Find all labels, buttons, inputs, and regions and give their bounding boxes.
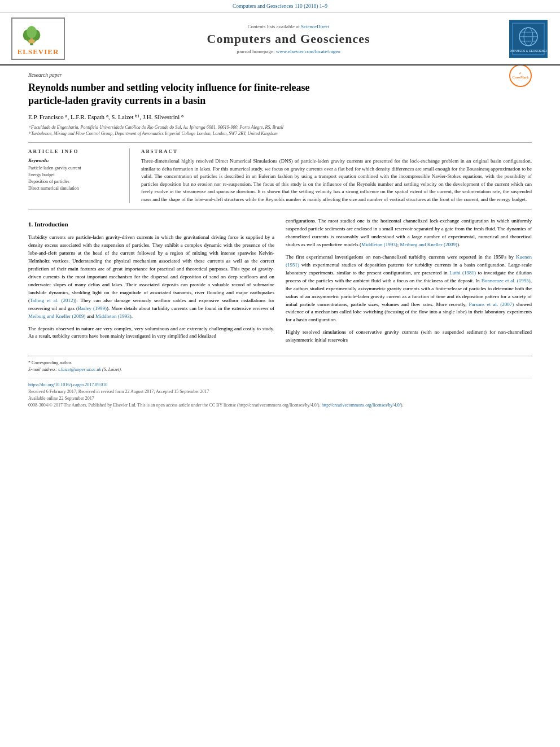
journal-name: Computers and Geosciences — [73, 32, 504, 46]
article-title: Reynolds number and settling velocity in… — [28, 81, 322, 108]
right-para-2: The first experimental investigations on… — [286, 254, 532, 324]
svg-rect-6 — [29, 40, 35, 43]
bottom-info: https://doi.org/10.1016/j.cageo.2017.09.… — [28, 378, 532, 409]
contents-available-text: Contents lists available at ScienceDirec… — [73, 24, 504, 29]
svg-point-4 — [27, 26, 37, 38]
cite-kuenen-1951[interactable]: Kuenen (1951) — [286, 254, 532, 268]
abstract-box: ABSTRACT Three-dimensional highly resolv… — [141, 148, 532, 203]
article-info-box: ARTICLE INFO Keywords: Particle-laden gr… — [28, 148, 130, 203]
right-para-3: Highly resolved simulations of conservat… — [286, 329, 532, 344]
affiliation-b: ᵇ Turbulence, Mixing and Flow Control Gr… — [28, 130, 532, 137]
received-dates: Received 6 February 2017; Received in re… — [28, 388, 532, 395]
keywords-list: Particle-laden gravity current Energy bu… — [28, 165, 123, 192]
elsevier-logo: ELSEVIER — [11, 18, 68, 60]
abstract-heading: ABSTRACT — [141, 148, 532, 154]
body-columns: 1. Introduction Turbidity currents are p… — [28, 217, 532, 349]
top-bar: Computers and Geosciences 110 (2018) 1–9 — [0, 0, 560, 13]
journal-cover-image: COMPUTERS & GEOSCIENCES — [509, 20, 548, 58]
cc-license-link[interactable]: http://creativecommons.org/licenses/by/4… — [322, 403, 401, 408]
article-info-heading: ARTICLE INFO — [28, 148, 123, 154]
cite-luthi-1981[interactable]: Luthi (1981) — [449, 270, 476, 276]
keyword-4: Direct numerical simulation — [28, 185, 123, 192]
cite-meiburg-right[interactable]: Meiburg and Kneller (2009) — [400, 242, 457, 247]
sciencedirect-link[interactable]: ScienceDirect — [301, 24, 329, 29]
main-content: Research paper ✓CrossMark Reynolds numbe… — [0, 65, 560, 416]
elsevier-wordmark: ELSEVIER — [15, 47, 62, 56]
email-footnote: E-mail address: s.laizet@imperial.ac.uk … — [28, 366, 532, 373]
intro-heading: 1. Introduction — [28, 220, 274, 229]
doi-link[interactable]: https://doi.org/10.1016/j.cageo.2017.09.… — [28, 382, 107, 387]
cite-meiburg-2009[interactable]: Meiburg and Kneller (2009) — [28, 313, 86, 319]
cite-parsons-2007[interactable]: Parsons et al. (2007) — [469, 302, 514, 307]
body-col-right: configurations. The most studied one is … — [286, 217, 532, 349]
cite-talling-2012[interactable]: Talling et al. (2012) — [30, 298, 75, 303]
keyword-3: Deposition of particles — [28, 178, 123, 185]
corresponding-footnote: * Corresponding author. — [28, 360, 532, 366]
footnote-section: * Corresponding author. E-mail address: … — [28, 356, 532, 373]
keyword-2: Energy budget — [28, 172, 123, 178]
cite-middleton-1993[interactable]: Middleton (1993) — [95, 313, 132, 319]
body-col-left: 1. Introduction Turbidity currents are p… — [28, 217, 274, 349]
journal-url[interactable]: www.elsevier.com/locate/cageo — [276, 49, 340, 54]
journal-cover-icon: COMPUTERS & GEOSCIENCES — [510, 21, 546, 57]
keyword-1: Particle-laden gravity current — [28, 165, 123, 172]
intro-para-2: The deposits observed in nature are very… — [28, 325, 274, 341]
affiliation-a: ᵃ Faculdade de Engenharia, Pontifícia Un… — [28, 124, 532, 130]
article-type-label: Research paper — [28, 72, 532, 78]
doi-line: https://doi.org/10.1016/j.cageo.2017.09.… — [28, 382, 532, 388]
svg-text:COMPUTERS & GEOSCIENCES: COMPUTERS & GEOSCIENCES — [510, 49, 546, 53]
keywords-label: Keywords: — [28, 158, 123, 163]
cite-bonnecaze-1995[interactable]: Bonnecaze et al. (1995) — [482, 278, 531, 283]
available-online: Available online 22 September 2017 — [28, 395, 532, 402]
journal-header: ELSEVIER Contents lists available at Sci… — [0, 13, 560, 65]
cite-middleton-right[interactable]: Middleton (1993) — [361, 242, 397, 247]
crossmark-icon: ✓CrossMark — [509, 64, 532, 87]
title-section: ✓CrossMark Reynolds number and settling … — [28, 81, 532, 113]
intro-para-1: Turbidity currents are particle-laden gr… — [28, 234, 274, 320]
journal-homepage: journal homepage: www.elsevier.com/locat… — [73, 49, 504, 54]
abstract-text: Three-dimensional highly resolved Direct… — [141, 158, 532, 203]
authors-line: E.P. Francisco ᵃ, L.F.R. Espath ᵃ, S. La… — [28, 113, 532, 121]
affiliations: ᵃ Faculdade de Engenharia, Pontifícia Un… — [28, 124, 532, 137]
journal-title-section: Contents lists available at ScienceDirec… — [68, 24, 509, 54]
license-text: 0098-3004/© 2017 The Authors. Published … — [28, 402, 532, 409]
email-link[interactable]: s.laizet@imperial.ac.uk — [58, 367, 101, 372]
right-para-1: configurations. The most studied one is … — [286, 217, 532, 249]
elsevier-tree-icon — [15, 21, 49, 46]
cite-barley-1999[interactable]: Barley (1999) — [78, 305, 107, 311]
journal-citation: Computers and Geosciences 110 (2018) 1–9 — [233, 3, 327, 9]
journal-logo-right: COMPUTERS & GEOSCIENCES — [509, 20, 549, 58]
info-abstract-section: ARTICLE INFO Keywords: Particle-laden gr… — [28, 142, 532, 209]
crossmark-badge[interactable]: ✓CrossMark — [509, 64, 532, 87]
